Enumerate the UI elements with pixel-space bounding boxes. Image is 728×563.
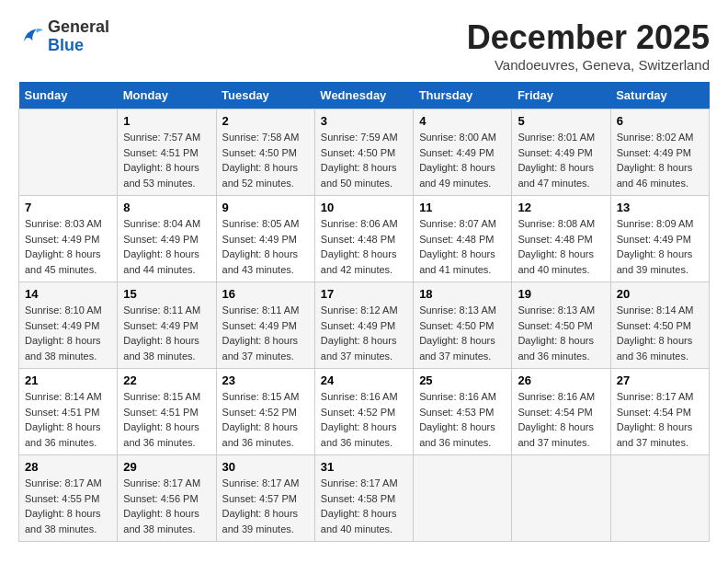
calendar-cell: 20Sunrise: 8:14 AMSunset: 4:50 PMDayligh… [610, 282, 709, 369]
day-info: Sunrise: 8:17 AMSunset: 4:56 PMDaylight:… [123, 476, 210, 536]
calendar-week-5: 28Sunrise: 8:17 AMSunset: 4:55 PMDayligh… [19, 455, 710, 542]
calendar-week-3: 14Sunrise: 8:10 AMSunset: 4:49 PMDayligh… [19, 282, 710, 369]
day-info: Sunrise: 8:17 AMSunset: 4:55 PMDaylight:… [25, 476, 111, 536]
day-header-saturday: Saturday [610, 82, 709, 109]
day-number: 9 [222, 201, 309, 214]
calendar-cell [512, 455, 610, 542]
day-number: 1 [123, 114, 210, 128]
day-info: Sunrise: 7:58 AMSunset: 4:50 PMDaylight:… [222, 130, 309, 190]
calendar-cell [414, 455, 512, 542]
calendar-cell: 25Sunrise: 8:16 AMSunset: 4:53 PMDayligh… [414, 369, 512, 455]
day-number: 28 [25, 460, 111, 474]
calendar-cell: 23Sunrise: 8:15 AMSunset: 4:52 PMDayligh… [216, 369, 314, 455]
location-text: Vandoeuvres, Geneva, Switzerland [467, 57, 710, 73]
calendar-cell: 30Sunrise: 8:17 AMSunset: 4:57 PMDayligh… [216, 455, 314, 542]
day-info: Sunrise: 8:02 AMSunset: 4:49 PMDaylight:… [617, 130, 703, 190]
calendar-cell: 4Sunrise: 8:00 AMSunset: 4:49 PMDaylight… [414, 109, 512, 196]
day-info: Sunrise: 8:16 AMSunset: 4:53 PMDaylight:… [419, 389, 506, 450]
calendar-cell: 12Sunrise: 8:08 AMSunset: 4:48 PMDayligh… [512, 196, 610, 282]
calendar-cell: 28Sunrise: 8:17 AMSunset: 4:55 PMDayligh… [19, 455, 118, 542]
day-number: 31 [321, 460, 407, 474]
day-number: 24 [321, 373, 407, 387]
day-info: Sunrise: 8:17 AMSunset: 4:58 PMDaylight:… [321, 476, 407, 536]
calendar-cell [19, 109, 118, 196]
calendar-cell: 16Sunrise: 8:11 AMSunset: 4:49 PMDayligh… [216, 282, 314, 369]
day-info: Sunrise: 8:06 AMSunset: 4:48 PMDaylight:… [321, 216, 407, 277]
day-info: Sunrise: 8:14 AMSunset: 4:50 PMDaylight:… [617, 303, 703, 363]
day-info: Sunrise: 8:15 AMSunset: 4:52 PMDaylight:… [222, 389, 309, 450]
day-header-thursday: Thursday [414, 82, 512, 109]
calendar-cell: 26Sunrise: 8:16 AMSunset: 4:54 PMDayligh… [512, 369, 610, 455]
day-info: Sunrise: 8:05 AMSunset: 4:49 PMDaylight:… [222, 216, 309, 277]
day-info: Sunrise: 8:11 AMSunset: 4:49 PMDaylight:… [222, 303, 309, 363]
calendar-week-4: 21Sunrise: 8:14 AMSunset: 4:51 PMDayligh… [19, 369, 710, 455]
month-title: December 2025 [467, 18, 710, 57]
logo-text: General Blue [48, 18, 109, 55]
day-number: 30 [222, 460, 309, 474]
day-info: Sunrise: 8:16 AMSunset: 4:54 PMDaylight:… [518, 389, 604, 450]
day-info: Sunrise: 8:01 AMSunset: 4:49 PMDaylight:… [518, 130, 604, 190]
day-number: 2 [222, 114, 309, 128]
day-info: Sunrise: 8:12 AMSunset: 4:49 PMDaylight:… [321, 303, 407, 363]
day-number: 11 [419, 201, 506, 214]
day-number: 15 [123, 287, 210, 301]
day-info: Sunrise: 8:15 AMSunset: 4:51 PMDaylight:… [123, 389, 210, 450]
calendar-cell: 5Sunrise: 8:01 AMSunset: 4:49 PMDaylight… [512, 109, 610, 196]
calendar-cell: 2Sunrise: 7:58 AMSunset: 4:50 PMDaylight… [216, 109, 314, 196]
day-number: 7 [25, 201, 111, 214]
calendar-cell: 19Sunrise: 8:13 AMSunset: 4:50 PMDayligh… [512, 282, 610, 369]
logo-bird-icon [18, 24, 44, 50]
calendar-cell [610, 455, 709, 542]
day-info: Sunrise: 8:13 AMSunset: 4:50 PMDaylight:… [419, 303, 506, 363]
day-number: 6 [617, 114, 703, 128]
title-block: December 2025 Vandoeuvres, Geneva, Switz… [467, 18, 710, 73]
day-number: 20 [617, 287, 703, 301]
day-info: Sunrise: 8:14 AMSunset: 4:51 PMDaylight:… [25, 389, 111, 450]
day-info: Sunrise: 8:17 AMSunset: 4:54 PMDaylight:… [617, 389, 703, 450]
day-number: 21 [25, 373, 111, 387]
day-header-monday: Monday [118, 82, 216, 109]
day-info: Sunrise: 8:13 AMSunset: 4:50 PMDaylight:… [518, 303, 604, 363]
calendar-cell: 6Sunrise: 8:02 AMSunset: 4:49 PMDaylight… [610, 109, 709, 196]
day-number: 22 [123, 373, 210, 387]
day-info: Sunrise: 8:03 AMSunset: 4:49 PMDaylight:… [25, 216, 111, 277]
calendar-cell: 8Sunrise: 8:04 AMSunset: 4:49 PMDaylight… [118, 196, 216, 282]
calendar-cell: 24Sunrise: 8:16 AMSunset: 4:52 PMDayligh… [314, 369, 413, 455]
logo: General Blue [18, 18, 109, 55]
day-number: 23 [222, 373, 309, 387]
day-info: Sunrise: 8:10 AMSunset: 4:49 PMDaylight:… [25, 303, 111, 363]
day-info: Sunrise: 7:57 AMSunset: 4:51 PMDaylight:… [123, 130, 210, 190]
day-header-sunday: Sunday [19, 82, 118, 109]
calendar-cell: 15Sunrise: 8:11 AMSunset: 4:49 PMDayligh… [118, 282, 216, 369]
day-info: Sunrise: 8:11 AMSunset: 4:49 PMDaylight:… [123, 303, 210, 363]
day-info: Sunrise: 7:59 AMSunset: 4:50 PMDaylight:… [321, 130, 407, 190]
day-info: Sunrise: 8:00 AMSunset: 4:49 PMDaylight:… [419, 130, 506, 190]
calendar-cell: 3Sunrise: 7:59 AMSunset: 4:50 PMDaylight… [314, 109, 413, 196]
day-number: 26 [518, 373, 604, 387]
calendar-cell: 31Sunrise: 8:17 AMSunset: 4:58 PMDayligh… [314, 455, 413, 542]
calendar-cell: 21Sunrise: 8:14 AMSunset: 4:51 PMDayligh… [19, 369, 118, 455]
day-info: Sunrise: 8:08 AMSunset: 4:48 PMDaylight:… [518, 216, 604, 277]
calendar-cell: 1Sunrise: 7:57 AMSunset: 4:51 PMDaylight… [118, 109, 216, 196]
day-info: Sunrise: 8:17 AMSunset: 4:57 PMDaylight:… [222, 476, 309, 536]
page-header: General Blue December 2025 Vandoeuvres, … [18, 18, 710, 73]
calendar-cell: 14Sunrise: 8:10 AMSunset: 4:49 PMDayligh… [19, 282, 118, 369]
day-number: 25 [419, 373, 506, 387]
day-header-friday: Friday [512, 82, 610, 109]
calendar-cell: 17Sunrise: 8:12 AMSunset: 4:49 PMDayligh… [314, 282, 413, 369]
calendar-cell: 27Sunrise: 8:17 AMSunset: 4:54 PMDayligh… [610, 369, 709, 455]
day-number: 17 [321, 287, 407, 301]
day-header-wednesday: Wednesday [314, 82, 413, 109]
day-number: 5 [518, 114, 604, 128]
day-number: 13 [617, 201, 703, 214]
calendar-cell: 29Sunrise: 8:17 AMSunset: 4:56 PMDayligh… [118, 455, 216, 542]
day-number: 10 [321, 201, 407, 214]
day-number: 16 [222, 287, 309, 301]
day-header-tuesday: Tuesday [216, 82, 314, 109]
day-number: 12 [518, 201, 604, 214]
calendar-cell: 11Sunrise: 8:07 AMSunset: 4:48 PMDayligh… [414, 196, 512, 282]
calendar-header-row: SundayMondayTuesdayWednesdayThursdayFrid… [19, 82, 710, 109]
day-number: 18 [419, 287, 506, 301]
day-info: Sunrise: 8:09 AMSunset: 4:49 PMDaylight:… [617, 216, 703, 277]
calendar-cell: 13Sunrise: 8:09 AMSunset: 4:49 PMDayligh… [610, 196, 709, 282]
